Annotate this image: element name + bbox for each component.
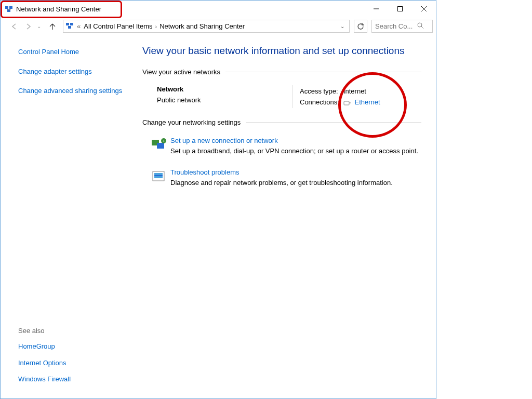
breadcrumb-seg-all-items[interactable]: All Control Panel Items bbox=[82, 22, 154, 30]
network-center-icon bbox=[5, 5, 13, 13]
close-button[interactable] bbox=[412, 1, 436, 17]
access-type-value: Internet bbox=[343, 86, 383, 96]
search-icon bbox=[417, 22, 424, 31]
change-adapter-settings-link[interactable]: Change adapter settings bbox=[18, 67, 125, 76]
change-settings-title: Change your networking settings bbox=[142, 118, 241, 126]
svg-rect-11 bbox=[68, 26, 71, 29]
window-title: Network and Sharing Center bbox=[16, 5, 101, 13]
see-also-heading: See also bbox=[18, 327, 125, 335]
svg-rect-1 bbox=[9, 6, 12, 9]
minimize-button[interactable] bbox=[364, 1, 388, 17]
toolbar: ⌄ « All Control Panel Items › Network an… bbox=[1, 17, 436, 36]
svg-point-12 bbox=[418, 23, 422, 27]
search-box[interactable] bbox=[371, 20, 433, 33]
change-advanced-sharing-link[interactable]: Change advanced sharing settings bbox=[18, 86, 125, 96]
svg-rect-17 bbox=[157, 143, 164, 149]
internet-options-link[interactable]: Internet Options bbox=[18, 358, 125, 368]
address-dropdown-icon[interactable]: ⌄ bbox=[338, 23, 347, 29]
setup-connection-item: + Set up a new connection or network Set… bbox=[148, 137, 421, 156]
network-name: Network bbox=[157, 85, 292, 93]
ethernet-icon bbox=[343, 100, 352, 105]
active-network-row: Network Public network Access type: Inte… bbox=[142, 82, 421, 118]
connection-link[interactable]: Ethernet bbox=[355, 98, 380, 106]
svg-text:+: + bbox=[163, 139, 165, 143]
troubleshoot-icon bbox=[148, 168, 170, 188]
breadcrumb-seg-current[interactable]: Network and Sharing Center bbox=[157, 22, 247, 30]
troubleshoot-item: Troubleshoot problems Diagnose and repai… bbox=[148, 168, 421, 188]
setup-connection-link[interactable]: Set up a new connection or network bbox=[170, 137, 278, 144]
address-bar[interactable]: « All Control Panel Items › Network and … bbox=[63, 20, 350, 33]
setup-connection-desc: Set up a broadband, dial-up, or VPN conn… bbox=[170, 147, 421, 156]
windows-firewall-link[interactable]: Windows Firewall bbox=[18, 375, 125, 384]
active-networks-title: View your active networks bbox=[142, 68, 220, 76]
breadcrumb-overflow-icon[interactable]: « bbox=[77, 22, 81, 30]
connections-label: Connections: bbox=[300, 97, 342, 107]
control-panel-home-link[interactable]: Control Panel Home bbox=[18, 47, 125, 57]
troubleshoot-link[interactable]: Troubleshoot problems bbox=[170, 168, 239, 176]
svg-rect-14 bbox=[344, 101, 349, 105]
refresh-button[interactable] bbox=[354, 20, 367, 33]
troubleshoot-desc: Diagnose and repair network problems, or… bbox=[170, 178, 421, 188]
search-input[interactable] bbox=[374, 22, 417, 31]
forward-button[interactable] bbox=[22, 20, 35, 33]
main-content: View your basic network information and … bbox=[133, 36, 436, 398]
svg-rect-9 bbox=[66, 23, 69, 25]
up-button[interactable] bbox=[46, 20, 59, 33]
chevron-right-icon[interactable]: › bbox=[155, 23, 157, 30]
sidebar: Control Panel Home Change adapter settin… bbox=[1, 36, 133, 398]
titlebar: Network and Sharing Center bbox=[1, 1, 436, 17]
svg-rect-0 bbox=[5, 6, 8, 9]
network-sharing-center-window: Network and Sharing Center ⌄ « All Contr… bbox=[0, 0, 436, 399]
svg-line-13 bbox=[421, 26, 423, 29]
history-dropdown[interactable]: ⌄ bbox=[37, 23, 44, 29]
setup-connection-icon: + bbox=[148, 137, 170, 156]
network-center-icon bbox=[65, 21, 74, 31]
divider bbox=[246, 122, 421, 123]
back-button[interactable] bbox=[8, 20, 20, 33]
svg-rect-6 bbox=[398, 7, 403, 11]
maximize-button[interactable] bbox=[388, 1, 412, 17]
divider bbox=[225, 72, 421, 72]
homegroup-link[interactable]: HomeGroup bbox=[18, 342, 125, 351]
access-type-label: Access type: bbox=[300, 86, 342, 96]
network-type: Public network bbox=[157, 96, 292, 104]
svg-rect-10 bbox=[70, 23, 73, 25]
page-heading: View your basic network information and … bbox=[142, 45, 421, 57]
